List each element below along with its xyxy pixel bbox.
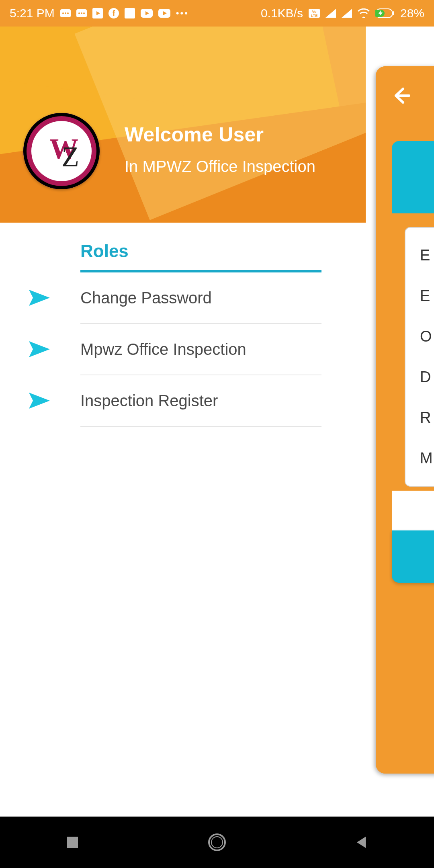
send-arrow-icon bbox=[28, 287, 51, 309]
svg-point-5 bbox=[78, 12, 80, 14]
youtube-icon-2 bbox=[158, 9, 170, 18]
svg-point-7 bbox=[83, 12, 85, 14]
menu-item-change-password[interactable]: Change Password bbox=[80, 272, 321, 324]
send-arrow-icon bbox=[28, 338, 51, 360]
svg-marker-29 bbox=[29, 393, 50, 409]
under-card-gap bbox=[392, 491, 434, 531]
under-field-1[interactable]: E bbox=[420, 276, 434, 316]
under-field-0[interactable]: E bbox=[420, 235, 434, 276]
svg-text:LTE: LTE bbox=[311, 14, 317, 18]
navigation-drawer: W Z Welcome User In MPWZ Office Inspecti… bbox=[0, 27, 366, 817]
svg-point-2 bbox=[65, 12, 66, 14]
under-field-3[interactable]: D bbox=[420, 357, 434, 397]
menu-item-office-inspection[interactable]: Mpwz Office Inspection bbox=[80, 324, 321, 375]
svg-point-6 bbox=[81, 12, 82, 14]
nav-recent-button[interactable] bbox=[61, 831, 83, 853]
signal-sim2-icon bbox=[342, 9, 352, 18]
menu-item-label: Change Password bbox=[80, 289, 212, 307]
menu-item-label: Mpwz Office Inspection bbox=[80, 340, 246, 358]
app-logo-avatar: W Z bbox=[23, 113, 100, 189]
svg-point-3 bbox=[67, 12, 69, 14]
under-field-2[interactable]: O bbox=[420, 316, 434, 357]
facebook-icon: f bbox=[108, 8, 119, 18]
svg-marker-33 bbox=[357, 837, 366, 848]
notification-sms-icon bbox=[60, 8, 71, 18]
youtube-icon bbox=[141, 9, 153, 18]
under-submit-button[interactable] bbox=[392, 530, 434, 583]
roles-section-header: Roles bbox=[80, 241, 321, 272]
svg-point-1 bbox=[62, 12, 64, 14]
svg-marker-21 bbox=[342, 9, 352, 18]
under-field-5[interactable]: M bbox=[420, 438, 434, 479]
notification-app-icon bbox=[125, 8, 135, 18]
data-rate: 0.1KB/s bbox=[261, 6, 303, 20]
volte-icon: VoLTE bbox=[309, 9, 320, 18]
svg-rect-23 bbox=[393, 11, 394, 15]
under-field-4[interactable]: R bbox=[420, 397, 434, 438]
drawer-header: W Z Welcome User In MPWZ Office Inspecti… bbox=[0, 27, 366, 223]
svg-point-32 bbox=[211, 837, 223, 848]
status-bar: 5:21 PM f ••• 0.1KB/s VoLTE 28% bbox=[0, 0, 434, 27]
system-nav-bar bbox=[0, 817, 434, 868]
under-toolbar bbox=[376, 66, 434, 127]
battery-icon bbox=[375, 8, 395, 18]
welcome-subtitle: In MPWZ Office Inspection bbox=[125, 158, 315, 176]
welcome-title: Welcome User bbox=[125, 123, 315, 146]
menu-item-inspection-register[interactable]: Inspection Register bbox=[80, 375, 321, 427]
nav-home-button[interactable] bbox=[206, 831, 228, 853]
svg-text:f: f bbox=[112, 9, 115, 18]
overflow-dots-icon: ••• bbox=[176, 8, 189, 18]
status-time: 5:21 PM bbox=[10, 6, 55, 20]
send-arrow-icon bbox=[28, 389, 51, 412]
under-form-card: E E O D R M bbox=[405, 227, 434, 487]
under-body: E E O D R M bbox=[376, 127, 434, 774]
under-card-header bbox=[392, 141, 434, 213]
drawer-body: Roles Change Password Mpwz Office Inspec… bbox=[0, 241, 366, 427]
svg-text:Vo: Vo bbox=[312, 10, 317, 14]
svg-rect-12 bbox=[125, 8, 135, 18]
drawer-titles: Welcome User In MPWZ Office Inspection bbox=[125, 123, 315, 176]
battery-percent: 28% bbox=[400, 6, 424, 20]
notification-sms-icon-2 bbox=[76, 8, 87, 18]
signal-sim1-icon bbox=[326, 9, 336, 18]
svg-marker-20 bbox=[326, 9, 336, 18]
back-arrow-icon[interactable] bbox=[391, 86, 411, 107]
nav-back-button[interactable] bbox=[351, 831, 373, 853]
svg-marker-27 bbox=[29, 290, 50, 306]
svg-rect-30 bbox=[67, 837, 78, 848]
svg-text:Z: Z bbox=[61, 141, 79, 173]
wifi-icon bbox=[358, 8, 370, 18]
status-bar-left: 5:21 PM f ••• bbox=[10, 6, 189, 20]
under-screen-panel: E E O D R M bbox=[376, 66, 434, 774]
menu-item-label: Inspection Register bbox=[80, 392, 218, 410]
status-bar-right: 0.1KB/s VoLTE 28% bbox=[261, 6, 424, 20]
roles-label: Roles bbox=[80, 241, 129, 261]
svg-marker-28 bbox=[29, 341, 50, 357]
notification-video-icon bbox=[92, 8, 103, 18]
